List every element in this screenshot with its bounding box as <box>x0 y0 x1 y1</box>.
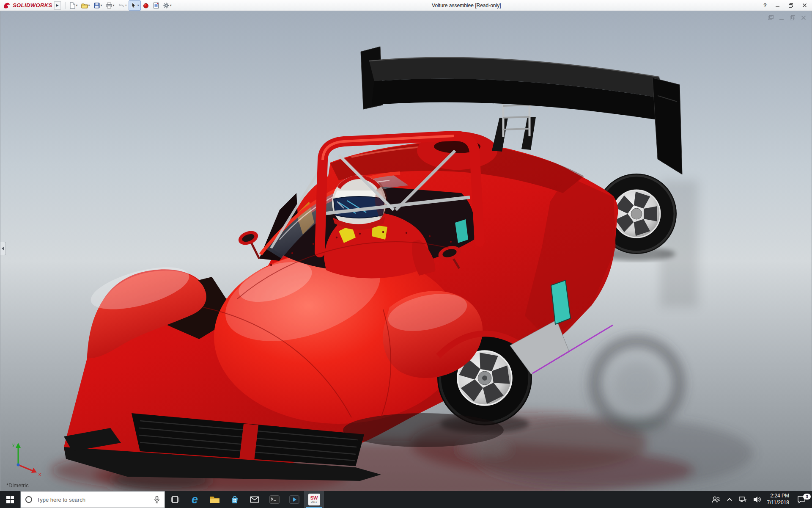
separator <box>65 2 66 9</box>
helmet <box>332 175 387 230</box>
notification-badge: 3 <box>803 494 811 500</box>
taskbar-edge[interactable]: e <box>185 491 205 508</box>
dropdown-arrow[interactable]: ▾ <box>113 3 115 7</box>
taskbar-media-player[interactable] <box>284 491 304 508</box>
solidworks-logo: SOLIDWORKS <box>3 2 52 9</box>
taskbar-store[interactable] <box>225 491 244 508</box>
mail-icon <box>250 496 259 503</box>
open-folder-icon <box>81 2 88 9</box>
mass-properties-button[interactable] <box>151 0 161 11</box>
minimize-icon <box>779 15 785 21</box>
minimize-button[interactable] <box>771 0 784 11</box>
view-orientation-label: *Dimetric <box>6 482 29 489</box>
taskbar-file-explorer[interactable] <box>205 491 225 508</box>
volume-button[interactable] <box>753 491 761 508</box>
store-icon <box>230 495 239 504</box>
report-sheet-icon <box>153 2 159 9</box>
options-button[interactable]: ▾ <box>161 0 173 11</box>
taskbar-mail[interactable] <box>244 491 264 508</box>
taskbar-command-prompt[interactable] <box>264 491 284 508</box>
restore-icon <box>790 15 796 21</box>
new-document-button[interactable]: ▾ <box>67 0 80 11</box>
x-axis-label: x <box>38 472 41 477</box>
taskbar-clock[interactable]: 2:24 PM 7/11/2018 <box>767 491 790 508</box>
dropdown-arrow[interactable]: ▾ <box>170 3 172 7</box>
network-button[interactable] <box>738 491 747 508</box>
restore-button[interactable] <box>784 0 798 11</box>
feature-tree-expand-arrow[interactable] <box>0 242 6 255</box>
dassault-logo-icon <box>3 2 11 9</box>
appearance-button[interactable] <box>141 0 151 11</box>
system-tray: 2:24 PM 7/11/2018 3 <box>707 491 812 508</box>
people-button[interactable] <box>711 491 721 508</box>
clock-time: 2:24 PM <box>770 493 789 500</box>
gear-icon <box>163 2 170 9</box>
new-document-icon <box>69 2 76 9</box>
dropdown-arrow[interactable]: ▾ <box>137 3 139 7</box>
solidworks-icon: SW 2017 <box>308 494 320 505</box>
doc-close-button[interactable] <box>800 14 807 21</box>
windows-logo-icon <box>6 496 14 503</box>
select-cursor-icon <box>130 2 137 9</box>
cascade-window-button[interactable] <box>767 14 774 21</box>
solidworks-window: SOLIDWORKS ▶ ▾ ▾ ▾ <box>0 0 812 508</box>
taskbar-solidworks[interactable]: SW 2017 <box>304 491 324 508</box>
chevron-left-icon <box>2 246 4 251</box>
close-icon <box>802 3 807 8</box>
select-tool-button[interactable]: ▾ <box>129 0 141 11</box>
dropdown-arrow[interactable]: ▾ <box>88 3 90 7</box>
network-icon <box>738 496 747 503</box>
toolbar-flyout-arrow[interactable]: ▶ <box>54 1 61 10</box>
titlebar: SOLIDWORKS ▶ ▾ ▾ ▾ <box>0 0 812 11</box>
doc-minimize-button[interactable] <box>778 14 785 21</box>
cortana-icon <box>25 496 33 503</box>
z-axis-dot <box>17 464 20 467</box>
print-icon <box>106 2 112 9</box>
restore-icon <box>788 3 793 8</box>
cascade-icon <box>768 15 774 21</box>
close-icon <box>801 15 807 21</box>
search-input[interactable] <box>36 496 150 503</box>
edge-icon: e <box>192 494 198 505</box>
underbody-shadow <box>343 413 504 447</box>
minimize-icon <box>775 3 780 8</box>
task-view-icon <box>170 495 180 504</box>
clock-date: 7/11/2018 <box>767 500 790 506</box>
action-center-button[interactable]: 3 <box>795 491 808 508</box>
windows-taskbar: e <box>0 491 812 508</box>
chevron-up-icon <box>727 497 732 502</box>
task-view-button[interactable] <box>165 491 185 508</box>
model-scene[interactable]: x y <box>0 11 812 491</box>
dropdown-arrow[interactable]: ▾ <box>76 3 78 7</box>
undo-button[interactable]: ▾ <box>116 0 129 11</box>
file-explorer-icon <box>210 495 220 504</box>
dropdown-arrow[interactable]: ▾ <box>101 3 102 7</box>
close-button[interactable] <box>798 0 811 11</box>
start-button[interactable] <box>0 491 20 508</box>
appearance-sphere-icon <box>143 2 149 9</box>
dropdown-arrow[interactable]: ▾ <box>125 3 127 7</box>
taskbar-search[interactable] <box>20 491 165 508</box>
save-button[interactable]: ▾ <box>92 0 104 11</box>
open-button[interactable]: ▾ <box>80 0 92 11</box>
graphics-viewport[interactable]: x y *Dimetric <box>0 11 812 491</box>
y-axis-label: y <box>12 442 15 447</box>
window-title: Voiture assemblee [Read-only] <box>173 3 760 8</box>
doc-restore-button[interactable] <box>789 14 796 21</box>
save-icon <box>93 2 100 9</box>
brand-text: SOLIDWORKS <box>13 2 52 8</box>
volume-icon <box>753 496 761 503</box>
microphone-icon[interactable] <box>154 496 160 503</box>
tray-overflow-button[interactable] <box>727 491 732 508</box>
people-icon <box>711 496 721 503</box>
media-player-icon <box>289 495 299 504</box>
document-window-controls <box>767 14 807 21</box>
help-button[interactable]: ? <box>760 0 771 11</box>
print-button[interactable]: ▾ <box>104 0 116 11</box>
command-prompt-icon <box>269 495 280 504</box>
undo-icon <box>118 2 125 9</box>
